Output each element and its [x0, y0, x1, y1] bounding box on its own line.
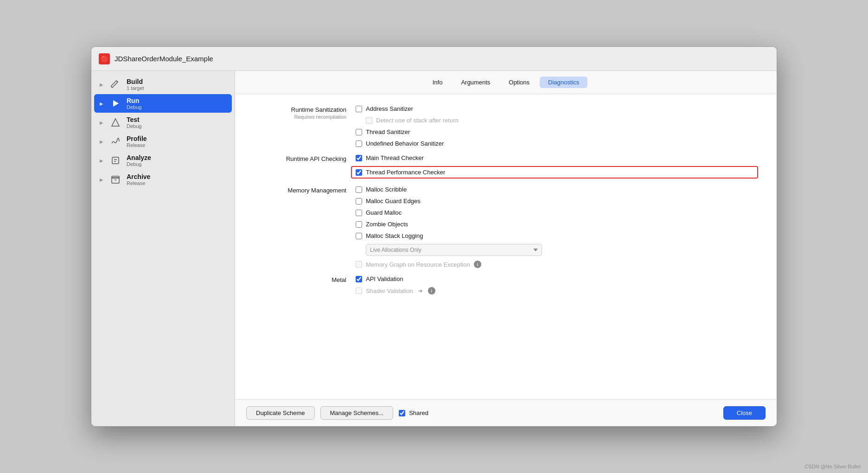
sidebar-item-test-text: Test Debug [127, 116, 141, 129]
thread-performance-checker-row: Thread Performance Checker [351, 166, 758, 179]
tab-diagnostics[interactable]: Diagnostics [540, 77, 587, 88]
thread-sanitizer-checkbox[interactable] [356, 129, 362, 135]
tab-arguments[interactable]: Arguments [453, 77, 498, 88]
run-icon [109, 97, 122, 110]
watermark: CSDN @No Silver Bullet [804, 464, 861, 469]
svg-marker-1 [112, 119, 119, 126]
zombie-objects-row: Zombie Objects [356, 221, 758, 228]
settings-panel: Runtime Sanitization Requires recompilat… [235, 94, 777, 399]
api-validation-checkbox[interactable] [356, 276, 362, 282]
sidebar-item-run[interactable]: ▶ Run Debug [94, 94, 232, 113]
live-allocations-row: Live Allocations Only [356, 244, 758, 256]
main-thread-checker-row: Main Thread Checker [356, 154, 758, 161]
main-thread-checker-label[interactable]: Main Thread Checker [356, 154, 424, 161]
runtime-api-checking-section: Runtime API Checking Main Thread Checker [254, 154, 758, 179]
guard-malloc-checkbox[interactable] [356, 210, 362, 216]
thread-sanitizer-label[interactable]: Thread Sanitizer [356, 128, 410, 135]
runtime-sanitization-label: Runtime Sanitization Requires recompilat… [254, 105, 356, 120]
shader-validation-checkbox [356, 288, 362, 294]
runtime-sanitization-section: Runtime Sanitization Requires recompilat… [254, 105, 758, 147]
sidebar-item-profile[interactable]: ▶ Profile Release [94, 132, 232, 151]
chevron-icon: ▶ [100, 82, 103, 87]
address-sanitizer-row: Address Sanitizer [356, 105, 758, 112]
guard-malloc-label[interactable]: Guard Malloc [356, 209, 402, 216]
runtime-api-checking-label: Runtime API Checking [254, 154, 356, 162]
malloc-scribble-checkbox[interactable] [356, 186, 362, 193]
app-icon: 🔴 [99, 53, 110, 64]
tab-info[interactable]: Info [424, 77, 451, 88]
zombie-objects-label[interactable]: Zombie Objects [356, 221, 408, 228]
undefined-behavior-label[interactable]: Undefined Behavior Sanitizer [356, 140, 444, 147]
thread-sanitizer-row: Thread Sanitizer [356, 128, 758, 135]
sidebar-item-analyze-text: Analyze Debug [127, 154, 151, 167]
shader-validation-info-icon[interactable]: i [428, 287, 435, 294]
metal-options: API Validation Shader Validation ➜ i [356, 275, 758, 294]
archive-icon [109, 173, 122, 186]
api-validation-row: API Validation [356, 275, 758, 282]
malloc-scribble-label[interactable]: Malloc Scribble [356, 186, 407, 193]
main-window: 🔴 JDShareOrderModule_Example ▶ Build 1 t… [91, 46, 777, 427]
malloc-guard-edges-checkbox[interactable] [356, 198, 362, 205]
sidebar-item-test[interactable]: ▶ Test Debug [94, 113, 232, 132]
memory-management-options: Malloc Scribble Malloc Guard Edges [356, 186, 758, 268]
live-allocations-select[interactable]: Live Allocations Only [366, 244, 542, 256]
shader-validation-label: Shader Validation [356, 288, 413, 294]
manage-schemes-button[interactable]: Manage Schemes... [320, 406, 394, 420]
sidebar-item-run-text: Run Debug [127, 97, 141, 110]
tabs-bar: Info Arguments Options Diagnostics [235, 71, 777, 94]
metal-section: Metal API Validation Shader Validation [254, 275, 758, 294]
memory-graph-row: Memory Graph on Resource Exception i [356, 261, 758, 268]
thread-performance-checker-checkbox[interactable] [356, 169, 362, 176]
chevron-icon-test: ▶ [100, 120, 103, 125]
footer-bar: Duplicate Scheme Manage Schemes... Share… [235, 399, 777, 426]
runtime-api-checking-options: Main Thread Checker Thread Performance C… [356, 154, 758, 179]
analyze-icon [109, 154, 122, 167]
svg-rect-2 [112, 157, 119, 164]
undefined-behavior-row: Undefined Behavior Sanitizer [356, 140, 758, 147]
runtime-sanitization-options: Address Sanitizer Detect use of stack af… [356, 105, 758, 147]
chevron-icon-run: ▶ [100, 101, 103, 106]
malloc-stack-logging-row: Malloc Stack Logging [356, 232, 758, 239]
detect-stack-label: Detect use of stack after return [366, 117, 459, 124]
sidebar-item-build-text: Build 1 target [127, 78, 144, 91]
malloc-scribble-row: Malloc Scribble [356, 186, 758, 193]
zombie-objects-checkbox[interactable] [356, 221, 362, 228]
api-validation-label[interactable]: API Validation [356, 275, 403, 282]
sidebar-item-profile-text: Profile Release [127, 135, 147, 148]
main-content: ▶ Build 1 target ▶ [91, 71, 777, 426]
svg-rect-5 [112, 178, 119, 183]
guard-malloc-row: Guard Malloc [356, 209, 758, 216]
title-bar: 🔴 JDShareOrderModule_Example [91, 47, 777, 71]
close-button[interactable]: Close [723, 406, 766, 420]
tab-options[interactable]: Options [500, 77, 538, 88]
sidebar: ▶ Build 1 target ▶ [91, 71, 235, 426]
sidebar-item-build[interactable]: ▶ Build 1 target [94, 75, 232, 94]
malloc-stack-logging-label[interactable]: Malloc Stack Logging [356, 232, 423, 239]
svg-marker-0 [113, 100, 119, 107]
chevron-icon-profile: ▶ [100, 139, 103, 144]
sidebar-item-analyze[interactable]: ▶ Analyze Debug [94, 151, 232, 170]
detect-stack-row: Detect use of stack after return [356, 117, 758, 124]
memory-graph-info-icon[interactable]: i [474, 261, 481, 268]
malloc-guard-edges-label[interactable]: Malloc Guard Edges [356, 198, 421, 205]
window-title: JDShareOrderModule_Example [115, 55, 213, 63]
undefined-behavior-checkbox[interactable] [356, 141, 362, 147]
thread-performance-checker-label[interactable]: Thread Performance Checker [356, 169, 445, 176]
address-sanitizer-label[interactable]: Address Sanitizer [356, 105, 413, 112]
shader-validation-arrow-icon: ➜ [417, 287, 424, 294]
malloc-stack-logging-checkbox[interactable] [356, 233, 362, 239]
shared-label: Shared [409, 409, 428, 416]
build-icon [109, 78, 122, 91]
sidebar-item-archive[interactable]: ▶ Archive Release [94, 170, 232, 189]
chevron-icon-archive: ▶ [100, 177, 103, 182]
test-icon [109, 116, 122, 129]
shared-row: Shared [399, 409, 428, 416]
shared-checkbox[interactable] [399, 410, 405, 416]
memory-graph-label: Memory Graph on Resource Exception [356, 261, 470, 268]
memory-management-label: Memory Management [254, 186, 356, 194]
duplicate-scheme-button[interactable]: Duplicate Scheme [246, 406, 315, 420]
memory-graph-checkbox [356, 261, 362, 268]
address-sanitizer-checkbox[interactable] [356, 106, 362, 112]
metal-label: Metal [254, 275, 356, 283]
main-thread-checker-checkbox[interactable] [356, 155, 362, 161]
